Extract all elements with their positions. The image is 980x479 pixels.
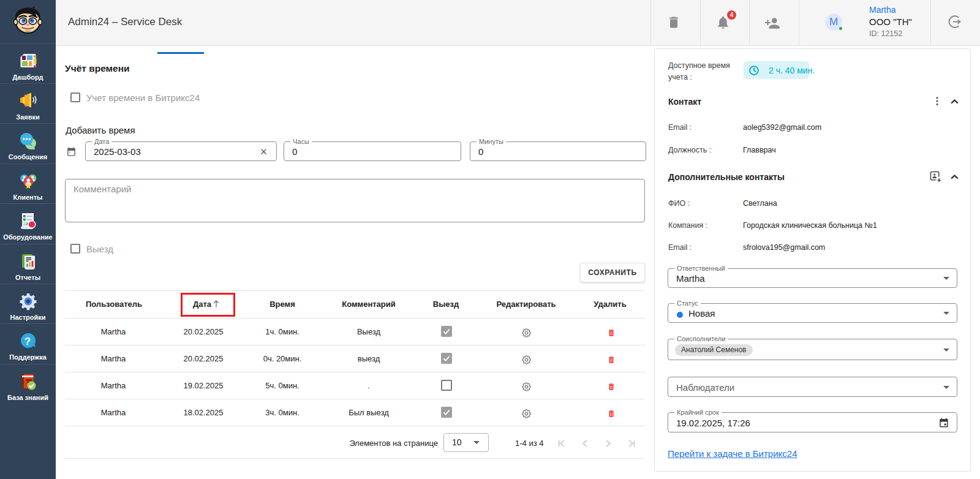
svg-text:?: ?: [24, 336, 30, 347]
